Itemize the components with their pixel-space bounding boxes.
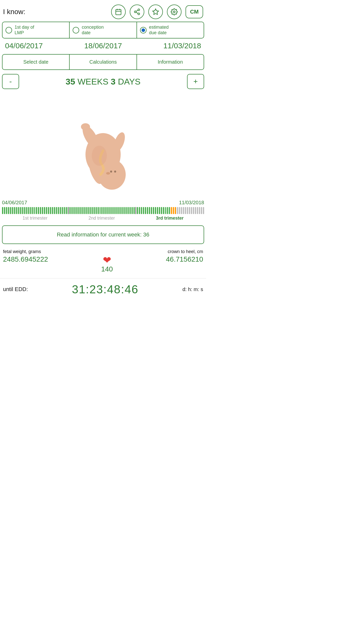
svg-point-4	[138, 9, 140, 11]
star-icon[interactable]	[148, 5, 163, 19]
calendar-icon[interactable]	[111, 5, 126, 19]
svg-rect-0	[116, 10, 121, 15]
days-label: DAYS	[118, 77, 141, 86]
until-edd-label: until EDD:	[3, 286, 28, 293]
weeks-label: WEEKS	[77, 77, 108, 86]
radio-conception[interactable]: conceptiondate	[70, 22, 137, 38]
days-number: 3	[111, 77, 116, 86]
trimester-3-label: 3rd trimester	[156, 216, 184, 221]
conception-date: 18/06/2017	[84, 42, 122, 50]
svg-point-20	[114, 171, 116, 173]
timeline-end-date: 11/03/2018	[179, 200, 204, 206]
select-date-button[interactable]: Select date	[2, 54, 70, 70]
calculations-button[interactable]: Calculations	[70, 54, 137, 70]
radio-circle-lmp	[6, 27, 12, 33]
height-block: crown to heel, cm 46.7156210	[166, 249, 203, 263]
svg-point-21	[92, 146, 107, 166]
height-value: 46.7156210	[166, 255, 203, 263]
timeline-start-date: 04/06/2017	[2, 200, 27, 206]
trimester-labels: 1st trimester 2nd trimester 3rd trimeste…	[2, 216, 204, 221]
week-controls: - 35 WEEKS 3 DAYS +	[0, 74, 206, 89]
date-row: 04/06/2017 18/06/2017 11/03/2018	[0, 41, 206, 54]
weight-label: fetal weight, grams	[3, 249, 48, 254]
timeline-dates: 04/06/2017 11/03/2018	[2, 200, 204, 206]
svg-point-19	[110, 171, 112, 173]
weight-block: fetal weight, grams 2485.6945222	[3, 249, 48, 263]
dhms-label: d: h: m: s	[183, 287, 203, 292]
heart-rate-block: ❤ 140	[101, 249, 113, 273]
countdown-value: 31:23:48:46	[72, 283, 139, 296]
countdown-row: until EDD: 31:23:48:46 d: h: m: s	[0, 278, 206, 299]
svg-marker-9	[153, 9, 158, 14]
decrement-week-button[interactable]: -	[2, 74, 19, 89]
fetus-image-area	[0, 92, 206, 197]
svg-line-8	[136, 10, 138, 12]
header: I know: CM	[0, 0, 206, 22]
weeks-number: 35	[66, 77, 75, 86]
svg-point-18	[106, 172, 110, 175]
timeline-area: 04/06/2017 11/03/2018 1st trimester 2nd …	[0, 197, 206, 221]
heart-icon: ❤	[103, 255, 111, 265]
radio-label-conception: conceptiondate	[82, 25, 104, 35]
radio-label-edd: estimateddue date	[149, 25, 169, 35]
increment-week-button[interactable]: +	[187, 74, 204, 89]
weight-value: 2485.6945222	[3, 255, 48, 263]
svg-point-10	[173, 11, 175, 13]
radio-circle-edd	[140, 27, 147, 33]
week-display: 35 WEEKS 3 DAYS	[66, 77, 141, 87]
i-know-label: I know:	[3, 8, 25, 16]
radio-circle-conception	[73, 27, 79, 33]
share-icon[interactable]	[130, 5, 144, 19]
information-button[interactable]: Information	[137, 54, 204, 70]
svg-point-5	[134, 11, 136, 13]
height-label: crown to heel, cm	[166, 249, 203, 254]
lmp-date: 04/06/2017	[5, 42, 43, 50]
unit-button[interactable]: CM	[186, 5, 203, 18]
radio-row: 1st day ofLMP conceptiondate estimateddu…	[0, 22, 206, 38]
action-row: Select date Calculations Information	[0, 54, 206, 70]
trimester-2-label: 2nd trimester	[88, 216, 115, 221]
svg-line-7	[136, 12, 138, 14]
svg-point-14	[81, 123, 90, 130]
heart-rate-value: 140	[101, 265, 113, 273]
radio-label-lmp: 1st day ofLMP	[15, 25, 34, 35]
stats-row: fetal weight, grams 2485.6945222 ❤ 140 c…	[0, 247, 206, 276]
fetus-illustration	[70, 97, 136, 192]
svg-point-6	[138, 13, 140, 15]
trimester-1-label: 1st trimester	[23, 216, 48, 221]
settings-icon[interactable]	[167, 5, 182, 19]
read-info-button[interactable]: Read information for current week: 36	[2, 225, 204, 244]
edd-date: 11/03/2018	[163, 42, 201, 50]
radio-edd[interactable]: estimateddue date	[137, 22, 204, 38]
radio-lmp[interactable]: 1st day ofLMP	[2, 22, 70, 38]
progress-bar	[2, 207, 204, 214]
